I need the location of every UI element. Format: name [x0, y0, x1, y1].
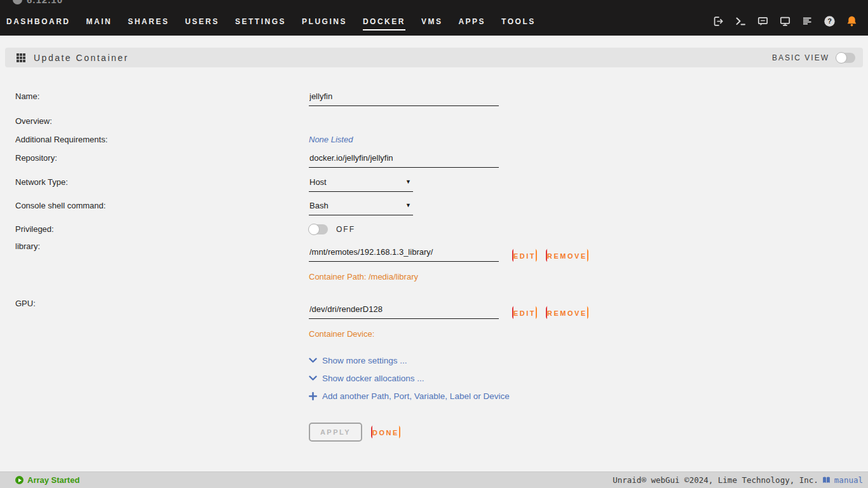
page-title: Update Container [34, 53, 129, 63]
nav-settings[interactable]: SETTINGS [235, 17, 286, 30]
update-container-form: Name: Overview: Additional Requirements:… [0, 67, 868, 442]
library-field-group: EDIT REMOVE Container Path: /media/libra… [309, 241, 588, 281]
show-docker-allocations-row: Show docker allocations ... [15, 374, 868, 383]
plus-icon [309, 392, 317, 400]
console-shell-select[interactable]: Bash ▼ [309, 201, 413, 215]
panel-title-bar: Update Container BASIC VIEW [5, 48, 863, 67]
gpu-device-input[interactable] [309, 304, 499, 319]
field-row-privileged: Privileged: OFF [15, 224, 868, 234]
gpu-container-device-note: Container Device: [309, 329, 588, 339]
terminal-icon[interactable] [734, 15, 747, 27]
basic-view-toggle[interactable] [836, 53, 855, 63]
network-type-label: Network Type: [15, 177, 309, 187]
nav-tools[interactable]: TOOLS [501, 17, 536, 30]
done-button[interactable]: DONE [371, 425, 400, 439]
privileged-state-label: OFF [336, 225, 355, 234]
nav-docker[interactable]: DOCKER [363, 17, 405, 30]
book-icon [822, 476, 831, 484]
display-icon[interactable] [778, 15, 791, 27]
nav-shares[interactable]: SHARES [128, 17, 169, 30]
chevron-down-icon [309, 374, 317, 383]
server-status-icon [13, 0, 22, 4]
field-row-name: Name: [15, 92, 868, 106]
server-version: 6.12.10 [13, 0, 63, 5]
basic-view-control: BASIC VIEW [772, 53, 855, 63]
nav-plugins[interactable]: PLUGINS [302, 17, 347, 30]
additional-requirements-label: Additional Requirements: [15, 135, 309, 145]
gpu-field-group: EDIT REMOVE Container Device: [309, 299, 588, 339]
nav-dashboard[interactable]: DASHBOARD [6, 17, 71, 30]
nav-vms[interactable]: VMS [421, 17, 443, 30]
form-actions: APPLY DONE [309, 423, 400, 442]
field-row-library: library: EDIT REMOVE Container Path: /me… [15, 241, 868, 281]
overview-label: Overview: [15, 116, 309, 126]
nav-users[interactable]: USERS [185, 17, 219, 30]
field-row-repository: Repository: [15, 153, 868, 168]
show-more-settings-row: Show more settings ... [15, 356, 868, 365]
repository-label: Repository: [15, 153, 309, 163]
copyright-text: Unraid® webGui ©2024, Lime Technology, I… [613, 475, 818, 485]
network-type-select[interactable]: Host ▼ [309, 177, 413, 192]
privileged-label: Privileged: [15, 224, 309, 234]
console-shell-label: Console shell command: [15, 201, 309, 211]
top-header: 6.12.10 DASHBOARD MAIN SHARES USERS SETT… [0, 0, 868, 36]
version-label: 6.12.10 [27, 0, 63, 5]
name-label: Name: [15, 92, 309, 102]
bell-icon[interactable] [845, 15, 858, 27]
svg-text:?: ? [827, 17, 832, 25]
feedback-icon[interactable] [756, 15, 769, 27]
chevron-down-icon [309, 356, 317, 365]
library-remove-button[interactable]: REMOVE [546, 248, 588, 262]
grid-icon [17, 53, 25, 62]
show-docker-allocations-link[interactable]: Show docker allocations ... [309, 374, 424, 383]
footer-bar: Array Started Unraid® webGui ©2024, Lime… [0, 471, 868, 488]
library-label: library: [15, 241, 309, 252]
additional-requirements-value: None Listed [309, 135, 353, 144]
nav-main[interactable]: MAIN [86, 17, 112, 30]
field-row-gpu: GPU: EDIT REMOVE Container Device: [15, 299, 868, 339]
form-actions-row: APPLY DONE [15, 409, 868, 442]
help-icon[interactable]: ? [823, 15, 836, 27]
privileged-control: OFF [309, 224, 355, 234]
nav-apps[interactable]: APPS [458, 17, 485, 30]
play-icon [15, 476, 24, 484]
field-row-network-type: Network Type: Host ▼ [15, 177, 868, 192]
name-input[interactable] [309, 92, 499, 106]
chevron-down-icon: ▼ [405, 179, 411, 185]
repository-input[interactable] [309, 153, 499, 168]
header-icon-bar: ? [712, 15, 858, 27]
library-container-path-note: Container Path: /media/library [309, 272, 588, 281]
gpu-edit-button[interactable]: EDIT [512, 306, 537, 320]
logout-icon[interactable] [712, 15, 724, 27]
show-more-settings-link[interactable]: Show more settings ... [309, 356, 407, 365]
network-type-value: Host [309, 177, 327, 187]
log-icon[interactable] [801, 15, 813, 27]
library-edit-button[interactable]: EDIT [512, 248, 537, 262]
array-status: Array Started [0, 475, 79, 485]
privileged-toggle[interactable] [309, 224, 328, 234]
field-row-console-shell: Console shell command: Bash ▼ [15, 201, 868, 215]
console-shell-value: Bash [309, 201, 329, 210]
field-row-additional-requirements: Additional Requirements: None Listed [15, 135, 868, 145]
footer-copyright: Unraid® webGui ©2024, Lime Technology, I… [613, 475, 868, 485]
manual-link[interactable]: manual [834, 475, 863, 485]
field-row-overview: Overview: [15, 116, 868, 126]
array-status-label: Array Started [27, 475, 79, 485]
gpu-label: GPU: [15, 299, 309, 309]
add-another-link[interactable]: Add another Path, Port, Variable, Label … [309, 391, 510, 401]
chevron-down-icon: ▼ [405, 202, 411, 208]
apply-button[interactable]: APPLY [309, 423, 362, 442]
library-path-input[interactable] [309, 247, 499, 262]
main-nav: DASHBOARD MAIN SHARES USERS SETTINGS PLU… [6, 17, 536, 30]
gpu-remove-button[interactable]: REMOVE [546, 306, 588, 320]
basic-view-label: BASIC VIEW [772, 53, 829, 62]
add-another-row: Add another Path, Port, Variable, Label … [15, 391, 868, 401]
